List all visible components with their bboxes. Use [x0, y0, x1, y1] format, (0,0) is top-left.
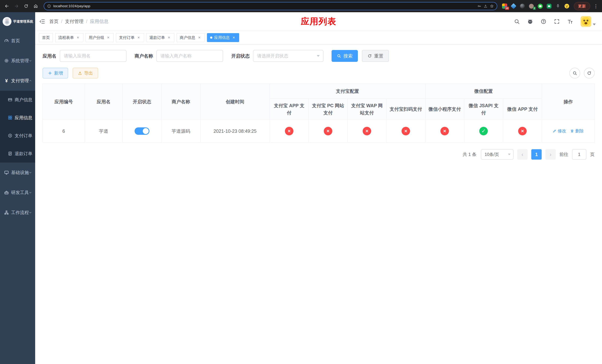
add-button-label: 新增: [54, 70, 63, 76]
sidebar-item-workflow[interactable]: 工作流程: [0, 203, 35, 223]
sidebar-item-merchant-info[interactable]: 商户信息: [0, 91, 35, 109]
pin-icon[interactable]: [555, 3, 561, 9]
chevron-down-icon: [317, 55, 320, 57]
reload-icon[interactable]: [22, 3, 30, 10]
cell-created: 2021-10-23 08:49:25: [200, 120, 270, 143]
col-wx-jsapi: 微信 JSAPI 支付: [464, 98, 503, 120]
extension-wechat-icon[interactable]: [537, 3, 543, 9]
page-number-button[interactable]: 1: [531, 149, 542, 160]
search-icon[interactable]: [514, 19, 520, 24]
info-icon[interactable]: [47, 4, 51, 8]
tab-refund-orders[interactable]: 退款订单 ×: [146, 33, 174, 42]
key-icon[interactable]: [477, 4, 481, 8]
tab-process-form[interactable]: 流程表单 ×: [55, 33, 83, 42]
sidebar-item-label: 退款订单: [15, 151, 32, 157]
logo-rabbit-icon: [3, 17, 11, 26]
chevron-down-icon: [593, 23, 596, 25]
app-name-label: 应用名: [43, 53, 56, 59]
col-wx-app: 微信 APP 支付: [503, 98, 542, 120]
close-icon[interactable]: ×: [232, 35, 236, 40]
grid-icon: [8, 115, 12, 120]
breadcrumb-home[interactable]: 首页: [49, 18, 58, 24]
forward-icon[interactable]: [13, 3, 20, 10]
page-jump-input[interactable]: [572, 149, 586, 160]
profile-avatar-icon[interactable]: [564, 3, 570, 9]
sidebar-fold-icon[interactable]: [35, 12, 49, 31]
tab-label: 退款订单: [149, 35, 165, 40]
install-icon[interactable]: [484, 4, 488, 8]
browser-update-button[interactable]: 更新: [574, 2, 590, 10]
tab-app-info[interactable]: 应用信息 ×: [207, 33, 239, 42]
help-icon[interactable]: [540, 19, 547, 24]
prev-page-button[interactable]: ‹: [517, 149, 527, 160]
page-size-select[interactable]: 10条/页: [481, 149, 514, 160]
sidebar: 芋道管理系统 首页 系统管理: [0, 12, 35, 364]
close-icon[interactable]: ×: [76, 35, 80, 40]
sidebar-item-label: 应用信息: [15, 115, 32, 121]
cell-actions: 修改 删除: [542, 120, 594, 143]
toggle-search-button[interactable]: [570, 68, 580, 78]
extension-chat-icon[interactable]: [546, 3, 552, 9]
tab-merchant-info[interactable]: 商户信息 ×: [177, 33, 205, 42]
sidebar-item-refund-orders[interactable]: 退款订单: [0, 145, 35, 162]
dashboard-icon: [4, 38, 9, 43]
kebab-menu-icon[interactable]: ⋮: [593, 3, 599, 9]
enable-switch[interactable]: [135, 127, 149, 135]
sidebar-item-payment[interactable]: ¥ 支付管理: [0, 71, 35, 91]
sidebar-item-pay-orders[interactable]: 支付订单: [0, 127, 35, 145]
extension-avatar-icon[interactable]: 1: [528, 3, 534, 9]
close-icon[interactable]: ×: [106, 35, 110, 40]
cell-wx-jsapi: ✓: [464, 120, 503, 143]
extension-puzzle-icon[interactable]: 10: [502, 3, 508, 9]
reset-button[interactable]: 重置: [362, 50, 389, 62]
close-icon[interactable]: ×: [167, 35, 171, 40]
col-alipay-app: 支付宝 APP 支付: [270, 98, 309, 120]
sidebar-item-system[interactable]: 系统管理: [0, 51, 35, 71]
delete-link[interactable]: 删除: [570, 128, 584, 134]
chevron-up-icon: [29, 79, 32, 83]
add-button[interactable]: 新增: [43, 68, 68, 78]
home-icon[interactable]: [32, 3, 39, 10]
export-button[interactable]: 导出: [73, 68, 98, 78]
close-icon[interactable]: ×: [136, 35, 141, 40]
export-button-label: 导出: [84, 70, 93, 76]
close-icon[interactable]: ×: [197, 35, 202, 40]
tab-label: 流程表单: [58, 35, 74, 40]
breadcrumb-payment[interactable]: 支付管理: [65, 18, 84, 24]
tab-user-group[interactable]: 用户分组 ×: [86, 33, 114, 42]
avatar: [580, 16, 591, 27]
status-select[interactable]: 请选择开启状态: [253, 50, 323, 62]
font-size-icon[interactable]: [567, 19, 573, 24]
extension-diamond-icon[interactable]: [511, 3, 516, 9]
group-alipay-config: 支付宝配置: [270, 84, 425, 99]
sidebar-item-app-info[interactable]: 应用信息: [0, 109, 35, 127]
toolbox-icon: [4, 190, 9, 195]
edit-link[interactable]: 修改: [553, 128, 566, 134]
fullscreen-icon[interactable]: [554, 19, 560, 24]
goto-label: 前往: [559, 151, 568, 157]
github-icon[interactable]: [527, 19, 533, 24]
app-logo: 芋道管理系统: [0, 12, 35, 31]
merchant-name-input[interactable]: [156, 50, 223, 62]
tab-label: 首页: [42, 35, 50, 40]
next-page-button[interactable]: ›: [545, 149, 556, 160]
search-button[interactable]: 搜索: [332, 50, 358, 62]
status-icon: ×: [285, 127, 293, 135]
sidebar-item-home[interactable]: 首页: [0, 31, 35, 51]
sidebar-item-infra[interactable]: 基础设施: [0, 162, 35, 182]
sidebar-item-label: 支付管理: [11, 78, 29, 84]
refresh-button[interactable]: [584, 68, 595, 78]
tab-home[interactable]: 首页: [39, 33, 53, 42]
tab-pay-orders[interactable]: 支付订单 ×: [116, 33, 144, 42]
cell-alipay-wap: ×: [347, 120, 386, 143]
back-icon[interactable]: [3, 3, 10, 10]
sidebar-item-label: 工作流程: [11, 210, 29, 215]
app-name-input[interactable]: [60, 50, 127, 62]
bookmark-star-icon[interactable]: [490, 4, 494, 8]
sidebar-item-dev-tools[interactable]: 研发工具: [0, 182, 35, 203]
breadcrumb: 首页 / 支付管理 / 应用信息: [49, 18, 108, 24]
user-avatar[interactable]: [580, 16, 596, 27]
extension-sphere-icon[interactable]: [519, 3, 525, 9]
address-bar[interactable]: localhost:1024/pay/app: [44, 2, 497, 10]
status-icon: ×: [324, 127, 332, 135]
